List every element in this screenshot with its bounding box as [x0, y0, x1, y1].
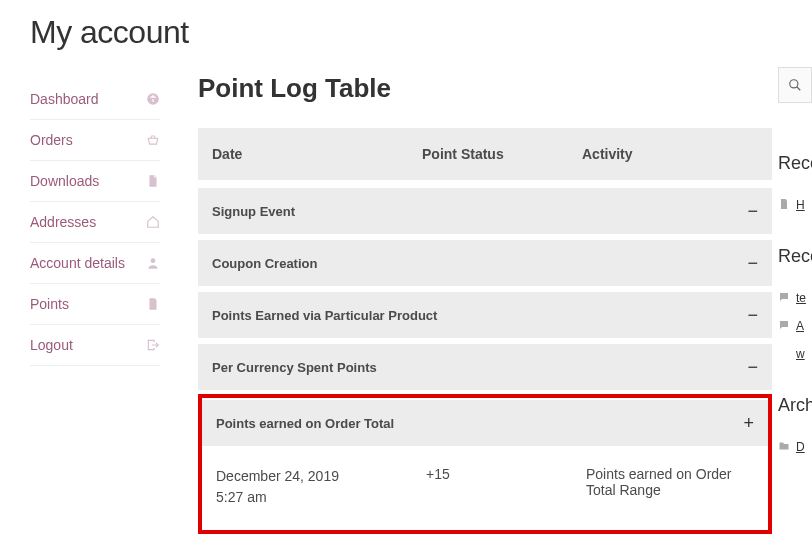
account-sidebar: Dashboard Orders Downloads Addresses Acc…: [0, 59, 160, 366]
accordion-order-total[interactable]: Points earned on Order Total +: [202, 400, 768, 446]
dashboard-icon: [146, 92, 160, 106]
col-header-status: Point Status: [422, 146, 582, 162]
log-date-line1: December 24, 2019: [216, 468, 339, 484]
sidebar-item-label: Addresses: [30, 214, 96, 230]
basket-icon: [146, 133, 160, 147]
rail-item[interactable]: A: [778, 319, 812, 333]
log-table-header: Date Point Status Activity: [198, 128, 772, 180]
sidebar-item-points[interactable]: Points: [30, 284, 160, 325]
minus-icon: −: [747, 358, 758, 376]
sidebar-item-account-details[interactable]: Account details: [30, 243, 160, 284]
rail-item[interactable]: w: [778, 347, 812, 361]
sidebar-item-label: Points: [30, 296, 69, 312]
svg-point-1: [790, 80, 798, 88]
accordion-title: Signup Event: [212, 204, 295, 219]
rail-link[interactable]: A: [796, 319, 804, 333]
sidebar-item-logout[interactable]: Logout: [30, 325, 160, 366]
sidebar-item-label: Logout: [30, 337, 73, 353]
accordion-currency-points[interactable]: Per Currency Spent Points −: [198, 344, 772, 390]
rail-heading: Arch: [778, 395, 812, 416]
accordion-title: Points earned on Order Total: [216, 416, 394, 431]
rail-heading: Rece: [778, 246, 812, 267]
accordion-title: Points Earned via Particular Product: [212, 308, 437, 323]
signout-icon: [146, 338, 160, 352]
content-title: Point Log Table: [198, 73, 772, 104]
comment-icon: [778, 319, 790, 331]
page-title: My account: [0, 0, 812, 59]
rail-link[interactable]: H: [796, 198, 805, 212]
file-icon: [146, 297, 160, 311]
plus-icon: +: [743, 414, 754, 432]
sidebar-item-addresses[interactable]: Addresses: [30, 202, 160, 243]
sidebar-item-orders[interactable]: Orders: [30, 120, 160, 161]
log-status: +15: [426, 466, 586, 508]
page-icon: [778, 198, 790, 210]
rail-link[interactable]: te: [796, 291, 806, 305]
folder-icon: [778, 440, 790, 452]
user-icon: [146, 256, 160, 270]
log-activity: Points earned on Order Total Range: [586, 466, 754, 508]
log-date-line2: 5:27 am: [216, 489, 267, 505]
sidebar-item-label: Orders: [30, 132, 73, 148]
right-rail: Rece H Rece te A: [772, 59, 812, 488]
home-icon: [146, 215, 160, 229]
sidebar-item-downloads[interactable]: Downloads: [30, 161, 160, 202]
sidebar-item-label: Downloads: [30, 173, 99, 189]
main-content: Point Log Table Date Point Status Activi…: [160, 59, 772, 534]
rail-heading: Rece: [778, 153, 812, 174]
minus-icon: −: [747, 254, 758, 272]
rail-link[interactable]: w: [796, 347, 805, 361]
log-date: December 24, 2019 5:27 am: [216, 466, 426, 508]
rail-link[interactable]: D: [796, 440, 805, 454]
sidebar-item-dashboard[interactable]: Dashboard: [30, 79, 160, 120]
col-header-activity: Activity: [582, 146, 758, 162]
accordion-signup-event[interactable]: Signup Event −: [198, 188, 772, 234]
accordion-title: Coupon Creation: [212, 256, 317, 271]
accordion-coupon-creation[interactable]: Coupon Creation −: [198, 240, 772, 286]
accordion-points-product[interactable]: Points Earned via Particular Product −: [198, 292, 772, 338]
sidebar-item-label: Dashboard: [30, 91, 99, 107]
rail-item[interactable]: te: [778, 291, 812, 305]
rail-item[interactable]: H: [778, 198, 812, 212]
search-icon: [788, 78, 802, 92]
log-row: December 24, 2019 5:27 am +15 Points ear…: [202, 452, 768, 530]
col-header-date: Date: [212, 146, 422, 162]
comment-icon: [778, 291, 790, 303]
highlight-box: Points earned on Order Total + December …: [198, 394, 772, 534]
svg-point-0: [151, 258, 156, 263]
sidebar-item-label: Account details: [30, 255, 125, 271]
search-button[interactable]: [778, 67, 812, 103]
minus-icon: −: [747, 202, 758, 220]
accordion-title: Per Currency Spent Points: [212, 360, 377, 375]
minus-icon: −: [747, 306, 758, 324]
file-icon: [146, 174, 160, 188]
rail-item[interactable]: D: [778, 440, 812, 454]
